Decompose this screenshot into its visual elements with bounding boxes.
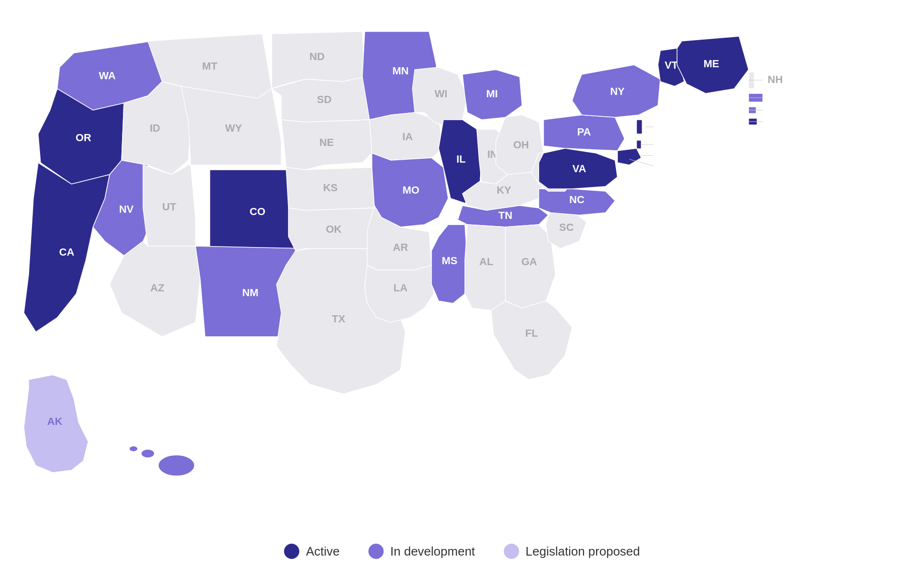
legend-circle-proposed (503, 544, 519, 559)
state-AK[interactable] (24, 375, 88, 473)
state-PA[interactable] (544, 115, 625, 151)
legend-item-active: Active (284, 544, 340, 559)
legend-label-active: Active (306, 544, 340, 559)
label-DC: DC (658, 149, 673, 161)
label-NH: NH (768, 73, 783, 85)
state-KS[interactable] (286, 167, 374, 210)
state-DE[interactable] (637, 140, 641, 149)
label-RI: RI (768, 103, 778, 115)
label-MD: MD (658, 160, 674, 172)
legend-circle-active (284, 544, 299, 559)
map-container: WA OR CA NV ID MT WY UT CO AZ NM ND (0, 0, 924, 578)
state-ME[interactable] (677, 36, 749, 93)
label-NJ: NJ (658, 120, 671, 132)
state-TN[interactable] (458, 206, 548, 227)
state-UT[interactable] (143, 165, 195, 246)
state-MD[interactable] (617, 148, 641, 165)
state-NC[interactable] (539, 189, 615, 215)
state-NJ[interactable] (637, 120, 642, 134)
label-DE: DE (658, 137, 673, 149)
state-HI-main[interactable] (158, 455, 195, 476)
state-LA[interactable] (365, 265, 434, 322)
label-CT: CT (768, 115, 782, 127)
state-VA[interactable] (539, 148, 617, 189)
legend-circle-development (369, 544, 384, 559)
label-MA: MA (768, 91, 784, 103)
state-MO[interactable] (372, 153, 448, 227)
state-NE[interactable] (281, 120, 372, 170)
state-MS[interactable] (431, 225, 467, 303)
legend-label-development: In development (390, 544, 475, 559)
state-CA[interactable] (24, 163, 110, 332)
legend-label-proposed: Legislation proposed (525, 544, 640, 559)
state-HI-small2[interactable] (129, 446, 138, 452)
state-NY[interactable] (572, 65, 660, 117)
label-HI: HI (174, 431, 184, 443)
state-HI-small1[interactable] (141, 449, 154, 458)
state-AL[interactable] (465, 225, 508, 310)
legend-item-development: In development (369, 544, 475, 559)
state-MI[interactable] (462, 70, 522, 120)
state-FL[interactable] (491, 301, 572, 380)
legend-item-proposed: Legislation proposed (503, 544, 640, 559)
state-AZ[interactable] (110, 241, 200, 337)
state-WY[interactable] (181, 86, 281, 165)
legend: Active In development Legislation propos… (284, 544, 640, 559)
